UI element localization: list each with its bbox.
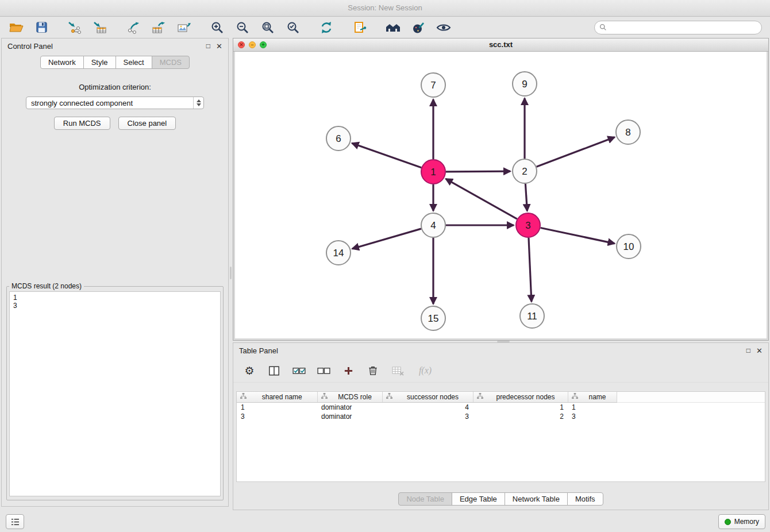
show-hide-eye-icon[interactable]	[436, 20, 452, 36]
mcds-result-title: MCDS result (2 nodes)	[9, 282, 84, 290]
cell-shared_name[interactable]: 3	[237, 412, 317, 421]
graph-edge-3-11[interactable]	[529, 238, 532, 302]
select-all-rows-icon[interactable]	[292, 364, 306, 377]
table-tab-motifs[interactable]: Motifs	[567, 492, 603, 506]
svg-text:3: 3	[525, 220, 530, 231]
node-table[interactable]: shared nameMCDS rolesuccessor nodesprede…	[236, 391, 765, 482]
tab-network[interactable]: Network	[40, 56, 84, 69]
zoom-fit-icon[interactable]	[260, 20, 276, 36]
export-image-icon[interactable]	[176, 20, 192, 36]
memory-button[interactable]: Memory	[718, 514, 765, 529]
delete-table-icon[interactable]	[391, 364, 405, 377]
zoom-selected-icon[interactable]	[285, 20, 301, 36]
minimize-window-icon[interactable]: −	[249, 41, 256, 48]
graph-node-9[interactable]: 9	[513, 72, 537, 96]
refresh-layout-icon[interactable]	[318, 20, 334, 36]
svg-text:14: 14	[333, 248, 344, 259]
graph-node-1[interactable]: 1	[421, 160, 445, 184]
criterion-select[interactable]: strongly connected component	[26, 97, 204, 109]
cell-mcds_role[interactable]: dominator	[317, 403, 382, 413]
graph-edge-3-1[interactable]	[446, 179, 517, 219]
network-window-titlebar: ✕ − + scc.txt	[233, 38, 768, 52]
select-stepper-icon[interactable]	[193, 97, 203, 109]
run-mcds-button[interactable]: Run MCDS	[54, 117, 110, 130]
search-input[interactable]	[610, 22, 757, 32]
function-builder-icon[interactable]: f(x)	[415, 364, 435, 377]
task-history-button[interactable]	[6, 514, 24, 529]
graph-edge-1-2[interactable]	[446, 171, 510, 172]
column-sort-icon	[572, 393, 578, 401]
column-sort-icon	[240, 393, 247, 401]
close-panel-button[interactable]: Close panel	[118, 117, 176, 130]
export-network-icon[interactable]	[125, 20, 141, 36]
table-tab-node-table[interactable]: Node Table	[398, 492, 452, 506]
column-header-name[interactable]: name	[568, 392, 617, 403]
graph-node-3[interactable]: 3	[516, 213, 540, 237]
cell-successor_nodes[interactable]: 3	[382, 412, 473, 421]
network-snapshot-icon[interactable]	[352, 20, 368, 36]
deselect-all-rows-icon[interactable]	[317, 364, 330, 377]
graph-edge-1-6[interactable]	[352, 143, 422, 167]
cell-name[interactable]: 1	[568, 403, 617, 413]
table-tab-edge-table[interactable]: Edge Table	[452, 492, 505, 506]
show-columns-icon[interactable]	[267, 364, 281, 377]
window-titlebar: Session: New Session	[0, 0, 770, 17]
cell-predecessor_nodes[interactable]: 2	[473, 412, 568, 421]
cell-mcds_role[interactable]: dominator	[317, 412, 382, 421]
graph-node-10[interactable]: 10	[617, 234, 641, 259]
export-table-icon[interactable]	[151, 20, 167, 36]
zoom-in-icon[interactable]	[209, 20, 225, 36]
tab-mcds[interactable]: MCDS	[152, 56, 190, 69]
graph-edge-4-14[interactable]	[352, 229, 421, 249]
svg-text:8: 8	[625, 127, 630, 138]
home-networks-icon[interactable]	[385, 20, 401, 36]
table-settings-gear-icon[interactable]: ⚙	[242, 364, 256, 377]
add-column-icon[interactable]	[341, 364, 355, 377]
table-row[interactable]: 3dominator323	[237, 412, 765, 421]
save-session-icon[interactable]	[33, 20, 49, 36]
cell-shared_name[interactable]: 1	[237, 403, 317, 413]
graph-edge-2-3[interactable]	[525, 184, 527, 211]
column-header-mcds_role[interactable]: MCDS role	[317, 392, 382, 403]
svg-text:11: 11	[527, 311, 537, 322]
column-header-predecessor_nodes[interactable]: predecessor nodes	[473, 392, 568, 403]
table-row[interactable]: 1dominator411	[237, 403, 765, 413]
vertical-splitter[interactable]	[229, 38, 232, 341]
graph-edge-2-8[interactable]	[537, 137, 615, 167]
column-header-successor_nodes[interactable]: successor nodes	[382, 392, 473, 403]
table-close-icon[interactable]: ✕	[756, 347, 763, 354]
mcds-result-list[interactable]: 1 3	[9, 291, 221, 496]
cell-predecessor_nodes[interactable]: 1	[473, 403, 568, 413]
search-box[interactable]	[594, 21, 762, 34]
delete-column-icon[interactable]	[366, 364, 380, 377]
zoom-out-icon[interactable]	[234, 20, 251, 36]
graph-node-6[interactable]: 6	[326, 126, 351, 151]
table-header-row: shared nameMCDS rolesuccessor nodesprede…	[237, 392, 765, 403]
close-window-icon[interactable]: ✕	[238, 41, 245, 48]
close-panel-icon[interactable]: ✕	[216, 43, 222, 50]
main-toolbar	[0, 17, 770, 38]
graph-edge-3-10[interactable]	[541, 228, 615, 244]
maximize-window-icon[interactable]: +	[260, 41, 267, 48]
float-panel-icon[interactable]: □	[206, 43, 210, 49]
graph-node-11[interactable]: 11	[520, 304, 544, 328]
cell-successor_nodes[interactable]: 4	[382, 403, 473, 413]
graph-node-8[interactable]: 8	[616, 120, 640, 144]
column-header-shared_name[interactable]: shared name	[237, 392, 317, 403]
import-network-icon[interactable]	[67, 20, 83, 36]
graph-node-2[interactable]: 2	[513, 159, 537, 183]
graph-node-15[interactable]: 15	[421, 306, 445, 330]
table-tab-network-table[interactable]: Network Table	[505, 492, 568, 506]
graph-node-4[interactable]: 4	[421, 213, 445, 237]
graph-node-7[interactable]: 7	[421, 73, 445, 97]
apply-style-icon[interactable]	[410, 20, 426, 36]
graph-node-14[interactable]: 14	[326, 241, 351, 265]
import-table-icon[interactable]	[92, 20, 108, 36]
table-float-icon[interactable]: □	[746, 347, 750, 354]
cell-name[interactable]: 3	[568, 412, 617, 421]
open-file-icon[interactable]	[8, 20, 24, 36]
tab-select[interactable]: Select	[116, 56, 152, 69]
column-header-filler	[617, 392, 765, 403]
tab-style[interactable]: Style	[83, 56, 116, 69]
network-canvas[interactable]: 7968124314101511	[235, 52, 767, 338]
